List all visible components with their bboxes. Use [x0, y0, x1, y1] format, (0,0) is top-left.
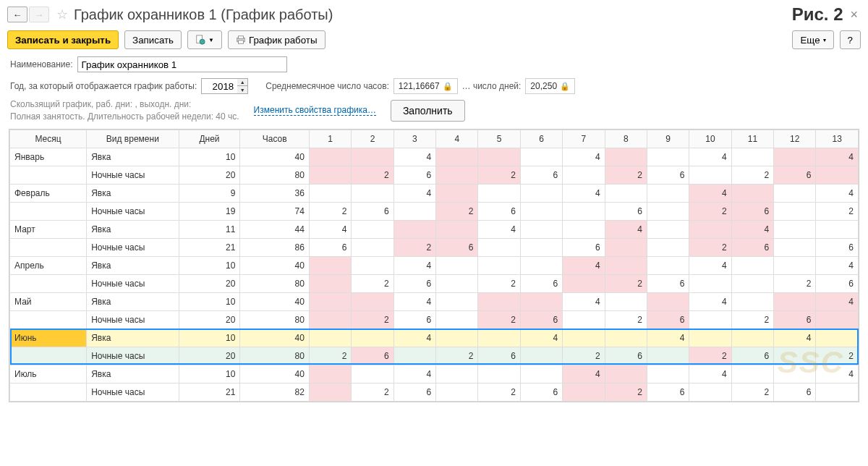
- cell-day[interactable]: [520, 184, 562, 202]
- cell-hours[interactable]: 80: [240, 274, 310, 292]
- cell-day[interactable]: 2: [605, 310, 647, 329]
- col-day-9[interactable]: 9: [647, 130, 689, 148]
- cell-hours[interactable]: 80: [240, 347, 310, 365]
- cell-day[interactable]: 4: [393, 256, 435, 274]
- cell-day[interactable]: [563, 310, 605, 329]
- cell-day[interactable]: 2: [478, 310, 520, 329]
- cell-day[interactable]: [393, 347, 435, 365]
- cell-day[interactable]: [478, 329, 520, 347]
- spinner-down-icon[interactable]: ▼: [237, 86, 247, 93]
- cell-day[interactable]: 4: [689, 256, 731, 274]
- col-month[interactable]: Месяц: [10, 130, 87, 148]
- cell-day[interactable]: 4: [563, 292, 605, 310]
- cell-type[interactable]: Ночные часы: [87, 166, 179, 184]
- cell-day[interactable]: 2: [478, 166, 520, 184]
- save-and-close-button[interactable]: Записать и закрыть: [7, 30, 119, 49]
- cell-day[interactable]: [352, 329, 393, 347]
- cell-day[interactable]: [478, 238, 520, 256]
- cell-month[interactable]: [10, 202, 87, 220]
- cell-day[interactable]: 2: [816, 202, 859, 220]
- cell-days[interactable]: 10: [179, 365, 240, 383]
- cell-day[interactable]: 6: [478, 347, 520, 365]
- table-row[interactable]: МайЯвка10404444: [10, 292, 859, 310]
- cell-day[interactable]: [816, 310, 859, 329]
- cell-day[interactable]: 2: [689, 347, 731, 365]
- cell-day[interactable]: 4: [393, 365, 435, 383]
- cell-day[interactable]: [731, 365, 773, 383]
- cell-days[interactable]: 9: [179, 184, 240, 202]
- cell-day[interactable]: 4: [563, 365, 605, 383]
- help-button[interactable]: ?: [840, 30, 861, 49]
- cell-month[interactable]: Апрель: [10, 256, 87, 274]
- cell-day[interactable]: 6: [816, 274, 859, 292]
- cell-day[interactable]: 4: [605, 220, 647, 238]
- cell-day[interactable]: [520, 148, 562, 166]
- cell-day[interactable]: 4: [689, 184, 731, 202]
- cell-month[interactable]: Март: [10, 220, 87, 238]
- cell-day[interactable]: 4: [563, 148, 605, 166]
- schedule-table[interactable]: Месяц Вид времени Дней Часов 1 2 3 4 5 6…: [9, 130, 859, 402]
- col-hours[interactable]: Часов: [240, 130, 310, 148]
- cell-day[interactable]: [774, 184, 816, 202]
- cell-day[interactable]: [689, 310, 731, 329]
- cell-hours[interactable]: 40: [240, 256, 310, 274]
- table-row[interactable]: Ночные часы197426266262: [10, 202, 859, 220]
- cell-day[interactable]: [352, 184, 393, 202]
- cell-day[interactable]: [309, 292, 351, 310]
- cell-day[interactable]: [352, 220, 393, 238]
- cell-day[interactable]: 6: [393, 274, 435, 292]
- cell-day[interactable]: 6: [774, 383, 816, 401]
- year-input[interactable]: [201, 78, 237, 94]
- cell-hours[interactable]: 40: [240, 148, 310, 166]
- cell-day[interactable]: [436, 184, 478, 202]
- cell-day[interactable]: 6: [563, 238, 605, 256]
- cell-days[interactable]: 20: [179, 274, 240, 292]
- cell-day[interactable]: 6: [520, 166, 562, 184]
- cell-day[interactable]: [563, 274, 605, 292]
- cell-hours[interactable]: 40: [240, 365, 310, 383]
- cell-type[interactable]: Ночные часы: [87, 202, 179, 220]
- col-day-13[interactable]: 13: [816, 130, 859, 148]
- print-schedule-button[interactable]: График работы: [228, 30, 326, 49]
- cell-day[interactable]: [309, 310, 351, 329]
- col-day-10[interactable]: 10: [689, 130, 731, 148]
- cell-day[interactable]: [352, 256, 393, 274]
- cell-days[interactable]: 10: [179, 148, 240, 166]
- cell-day[interactable]: 2: [352, 274, 393, 292]
- cell-type[interactable]: Явка: [87, 329, 179, 347]
- cell-day[interactable]: [689, 383, 731, 401]
- cell-day[interactable]: 2: [816, 347, 859, 365]
- cell-day[interactable]: [563, 220, 605, 238]
- cell-day[interactable]: [436, 310, 478, 329]
- cell-type[interactable]: Ночные часы: [87, 347, 179, 365]
- cell-day[interactable]: [436, 166, 478, 184]
- cell-day[interactable]: 6: [647, 166, 689, 184]
- cell-days[interactable]: 21: [179, 238, 240, 256]
- cell-day[interactable]: [520, 220, 562, 238]
- cell-day[interactable]: 2: [309, 347, 351, 365]
- cell-day[interactable]: [309, 148, 351, 166]
- cell-day[interactable]: 2: [352, 310, 393, 329]
- cell-day[interactable]: 4: [393, 184, 435, 202]
- cell-day[interactable]: [436, 329, 478, 347]
- cell-day[interactable]: [520, 256, 562, 274]
- cell-days[interactable]: 21: [179, 383, 240, 401]
- cell-type[interactable]: Явка: [87, 292, 179, 310]
- cell-day[interactable]: 6: [605, 202, 647, 220]
- cell-day[interactable]: 2: [605, 383, 647, 401]
- cell-day[interactable]: 2: [436, 202, 478, 220]
- cell-day[interactable]: 2: [309, 202, 351, 220]
- cell-day[interactable]: [563, 383, 605, 401]
- cell-day[interactable]: [563, 202, 605, 220]
- cell-day[interactable]: 6: [647, 274, 689, 292]
- cell-day[interactable]: [731, 256, 773, 274]
- cell-day[interactable]: 6: [393, 310, 435, 329]
- cell-day[interactable]: 6: [774, 310, 816, 329]
- cell-month[interactable]: Июль: [10, 365, 87, 383]
- cell-day[interactable]: [689, 220, 731, 238]
- cell-day[interactable]: 6: [647, 310, 689, 329]
- cell-day[interactable]: [647, 238, 689, 256]
- cell-day[interactable]: 6: [352, 202, 393, 220]
- cell-day[interactable]: 2: [774, 274, 816, 292]
- cell-day[interactable]: [774, 365, 816, 383]
